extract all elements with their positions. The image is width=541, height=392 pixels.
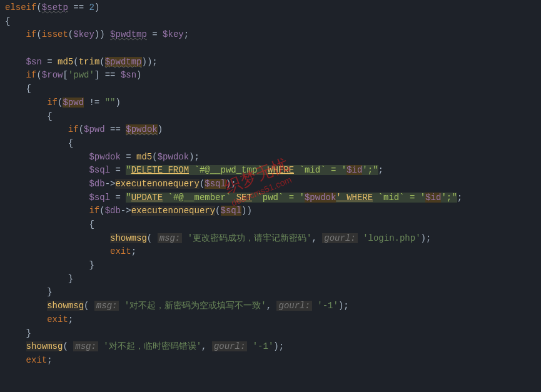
func-showmsg: showmsg [110, 233, 147, 243]
var-key: $key [73, 29, 94, 39]
var-sql: $sql [89, 165, 110, 175]
url-back: '-1' [317, 301, 338, 311]
var-pwdok3: $pwdok [158, 152, 189, 162]
keyword-exit2: exit [47, 314, 68, 324]
var-row: $row [42, 70, 63, 80]
var-sql2: $sql [89, 193, 110, 203]
sql-tbl2: `#@__member` [163, 193, 236, 203]
func-execute: executenonequery [115, 179, 199, 189]
sql-update: UPDATE [131, 193, 163, 203]
keyword-elseif: elseif [5, 3, 36, 13]
var-sql-arg: $sql [205, 179, 226, 189]
keyword-exit3: exit [26, 355, 48, 365]
var-pwdok: $pwdok [126, 124, 157, 134]
hint-gourl3: gourl: [212, 341, 247, 351]
var-key2: $key [163, 29, 184, 39]
sql-where: WHERE [268, 165, 294, 175]
var-sn2: $sn [121, 70, 136, 80]
var-pwdok2: $pwdok [89, 152, 120, 162]
var-sql3: $sql [221, 206, 242, 216]
var-pwdok4: $pwdok [305, 193, 336, 203]
func-execute2: executenonequery [131, 206, 215, 216]
url-login: 'login.php' [363, 233, 420, 243]
var-pwdtmp: $pwdtmp [110, 29, 147, 39]
sql-pwd: `pwd` = ' [252, 193, 305, 203]
hint-gourl2: gourl: [276, 301, 311, 311]
var-setp: $setp [42, 3, 68, 13]
sql-set: SET [236, 193, 252, 203]
sql-where2: ' WHERE [336, 193, 373, 203]
keyword-exit: exit [110, 246, 131, 256]
sql-end2: '; [441, 193, 452, 203]
sql-mid: `mid` = ' [294, 165, 346, 175]
keyword-if2: if [26, 70, 37, 80]
sql-tbl1: `#@__pwd_tmp` [189, 165, 268, 175]
msg-temp-error: '对不起，临时密码错误' [103, 341, 201, 351]
sql-delete: DELETE FROM [131, 165, 189, 175]
var-id: $id [346, 165, 362, 175]
func-showmsg3: showmsg [26, 341, 63, 351]
keyword-if5: if [89, 206, 99, 216]
keyword-if3: if [47, 98, 58, 108]
keyword-if: if [26, 29, 37, 39]
var-db2: $db [105, 206, 121, 216]
var-id2: $id [425, 193, 441, 203]
func-trim: trim [79, 57, 100, 67]
var-pwd: $pwd [63, 98, 84, 108]
func-md5: md5 [58, 57, 73, 67]
hint-msg: msg: [158, 233, 183, 243]
hint-msg2: msg: [94, 301, 119, 311]
code-editor[interactable]: elseif($setp == 2) { if(isset($key)) $pw… [5, 1, 536, 368]
sql-mid2: `mid` = ' [373, 193, 425, 203]
literal-empty: "" [105, 98, 116, 108]
var-pwd2: $pwd [84, 124, 105, 134]
var-sn: $sn [26, 57, 42, 67]
func-md5-2: md5 [136, 152, 152, 162]
var-pwdtmp2: $pwdtmp [105, 57, 142, 67]
hint-msg3: msg: [73, 341, 98, 351]
literal-2: 2 [89, 3, 94, 13]
hint-gourl: gourl: [322, 233, 357, 243]
sql-end: '; [362, 165, 373, 175]
url-back2: '-1' [253, 341, 274, 351]
var-db: $db [89, 179, 104, 189]
msg-success: '更改密码成功，请牢记新密码' [188, 233, 312, 243]
func-showmsg2: showmsg [47, 301, 84, 311]
func-isset: isset [42, 29, 68, 39]
literal-pwd: 'pwd' [68, 70, 94, 80]
keyword-if4: if [68, 124, 79, 134]
msg-empty: '对不起，新密码为空或填写不一致' [124, 301, 266, 311]
